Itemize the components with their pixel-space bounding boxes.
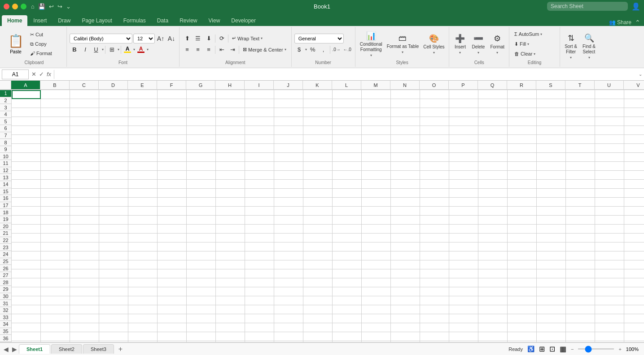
grid-cell[interactable] [391,269,420,278]
grid-cell[interactable] [362,144,391,153]
grid-cell[interactable] [99,287,128,296]
grid-cell[interactable] [187,296,216,305]
col-header-S[interactable]: S [536,81,565,90]
grid-cell[interactable] [508,332,537,341]
grid-cell[interactable] [99,135,128,144]
autosum-dropdown[interactable]: ▾ [540,32,542,36]
grid-cell[interactable] [595,269,624,278]
grid-cell[interactable] [624,251,644,260]
grid-cell[interactable] [449,216,478,225]
grid-cell[interactable] [41,225,70,234]
grid-cell[interactable] [478,189,508,198]
grid-cell[interactable] [333,108,362,117]
grid-cell[interactable] [391,198,420,207]
row-num-7[interactable]: 7 [0,132,11,139]
grid-cell[interactable] [12,225,41,234]
increase-decimal-button[interactable]: .0→ [332,45,342,55]
grid-cell[interactable] [624,99,644,108]
grid-cell[interactable] [245,153,274,162]
grid-cell[interactable] [99,260,128,269]
grid-cell[interactable] [70,216,99,225]
number-format-select[interactable]: General [294,34,344,43]
grid-cell[interactable] [449,189,478,198]
grid-cell[interactable] [595,207,624,216]
grid-cell[interactable] [362,180,391,189]
grid-cell[interactable] [566,260,595,269]
grid-cell[interactable] [274,135,303,144]
grid-cell[interactable] [333,269,362,278]
grid-cell[interactable] [566,162,595,171]
grid-cell[interactable] [245,269,274,278]
grid-cell[interactable] [420,225,449,234]
border-dropdown[interactable]: ▾ [118,48,119,52]
grid-cell[interactable] [595,99,624,108]
grid-cell[interactable] [41,242,70,251]
grid-cell[interactable] [41,287,70,296]
grid-cell[interactable] [70,117,99,126]
grid-cell[interactable] [420,207,449,216]
grid-cell[interactable] [216,260,245,269]
grid-cell[interactable] [187,90,216,99]
grid-cell[interactable] [303,234,333,242]
grid-cell[interactable] [478,144,508,153]
grid-cell[interactable] [70,278,99,287]
grid-cell[interactable] [595,153,624,162]
row-num-34[interactable]: 34 [0,321,11,328]
grid-cell[interactable] [508,135,537,144]
grid-cell[interactable] [420,180,449,189]
col-header-L[interactable]: L [332,81,361,90]
sheet-nav-prev[interactable]: ◀ [2,346,10,353]
col-header-O[interactable]: O [420,81,449,90]
grid-cell[interactable] [449,260,478,269]
row-num-30[interactable]: 30 [0,293,11,300]
grid-cell[interactable] [537,234,566,242]
grid-cell[interactable] [274,234,303,242]
grid-cell[interactable] [303,278,333,287]
page-break-view-button[interactable]: ▦ [560,345,566,353]
grid-cell[interactable] [12,90,41,99]
grid-cell[interactable] [449,99,478,108]
grid-cell[interactable] [245,296,274,305]
grid-cell[interactable] [245,278,274,287]
page-layout-view-button[interactable]: ⊡ [549,345,555,353]
grid-cell[interactable] [624,314,644,323]
grid-cell[interactable] [187,216,216,225]
col-header-H[interactable]: H [215,81,245,90]
fill-button[interactable]: ⬇ Fill ▾ [512,39,557,48]
grid-cell[interactable] [41,269,70,278]
grid-cell[interactable] [41,135,70,144]
grid-cell[interactable] [303,144,333,153]
grid-cell[interactable] [70,269,99,278]
grid-cell[interactable] [187,153,216,162]
grid-cell[interactable] [216,287,245,296]
grid-cell[interactable] [70,251,99,260]
grid-cell[interactable] [41,332,70,341]
grid-cell[interactable] [187,144,216,153]
decrease-indent-button[interactable]: ⇤ [217,45,227,55]
grid-cell[interactable] [187,260,216,269]
grid-cell[interactable] [508,117,537,126]
grid-cell[interactable] [274,126,303,135]
grid-cell[interactable] [303,242,333,251]
grid-cell[interactable] [449,162,478,171]
grid-cell[interactable] [12,117,41,126]
grid-cell[interactable] [624,216,644,225]
grid-cell[interactable] [391,90,420,99]
grid-cell[interactable] [595,189,624,198]
grid-cell[interactable] [70,225,99,234]
format-as-table-button[interactable]: 🗃 Format as Table ▾ [385,31,421,57]
grid-cell[interactable] [508,305,537,314]
grid-cell[interactable] [333,216,362,225]
grid-cell[interactable] [537,296,566,305]
grid-cell[interactable] [41,90,70,99]
grid-cell[interactable] [245,108,274,117]
grid-cell[interactable] [12,260,41,269]
grid-cell[interactable] [128,314,158,323]
grid-cell[interactable] [128,189,158,198]
grid-cell[interactable] [595,108,624,117]
grid-cell[interactable] [537,314,566,323]
grid-cell[interactable] [537,90,566,99]
grid-cell[interactable] [420,323,449,332]
grid-cell[interactable] [362,296,391,305]
grid-cell[interactable] [566,198,595,207]
